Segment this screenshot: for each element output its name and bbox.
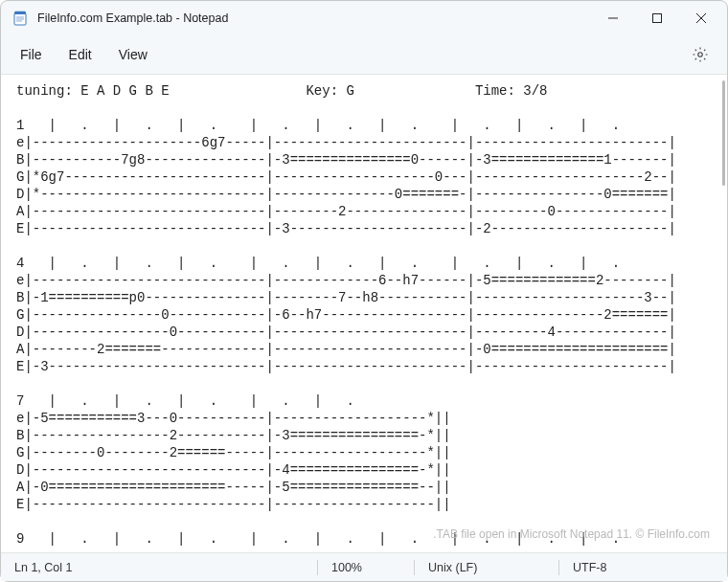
menubar: File Edit View [1, 35, 727, 74]
statusbar: Ln 1, Col 1 100% Unix (LF) UTF-8 [1, 552, 727, 581]
menu-file[interactable]: File [9, 41, 54, 68]
svg-rect-11 [653, 14, 662, 23]
minimize-button[interactable] [591, 3, 635, 34]
text-editor[interactable]: tuning: E A D G B E Key: G Time: 3/8 1 |… [1, 75, 727, 552]
vertical-scrollbar[interactable] [712, 75, 727, 552]
notepad-app-icon [12, 11, 28, 26]
close-button[interactable] [679, 3, 723, 34]
editor-area: tuning: E A D G B E Key: G Time: 3/8 1 |… [1, 74, 727, 552]
maximize-button[interactable] [635, 3, 679, 34]
settings-button[interactable] [681, 35, 719, 74]
menu-edit[interactable]: Edit [57, 41, 103, 68]
status-line-ending: Unix (LF) [415, 553, 558, 581]
menu-view[interactable]: View [107, 41, 159, 68]
svg-point-14 [698, 53, 703, 57]
watermark-text: .TAB file open in Microsoft Notepad 11. … [433, 527, 710, 541]
status-cursor-position: Ln 1, Col 1 [1, 553, 317, 581]
scrollbar-thumb[interactable] [722, 80, 725, 186]
status-encoding: UTF-8 [559, 553, 727, 581]
titlebar: FileInfo.com Example.tab - Notepad [1, 1, 727, 35]
window-title: FileInfo.com Example.tab - Notepad [37, 11, 228, 25]
status-zoom[interactable]: 100% [318, 553, 414, 581]
notepad-window: FileInfo.com Example.tab - Notepad File … [0, 0, 728, 582]
